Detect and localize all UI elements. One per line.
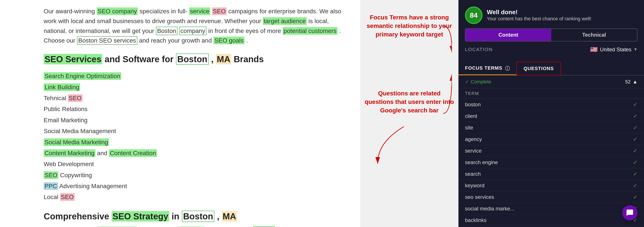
- term-name: search: [465, 171, 481, 177]
- term-column-label: TERM: [465, 91, 479, 96]
- list-item: Email Marketing: [44, 115, 347, 126]
- checkmark-icon: ✓: [633, 171, 638, 177]
- score-row: 84 Well done! Your content has the best …: [465, 6, 638, 24]
- highlight-company: company: [179, 27, 207, 35]
- term-name: search engine: [465, 159, 498, 166]
- list-item: SEO Copywriting: [44, 170, 347, 181]
- location-label: LOCATION: [465, 47, 493, 52]
- table-row: service✓: [458, 145, 644, 157]
- table-row: search engine✓: [458, 157, 644, 168]
- highlight-seo-strategy: SEO Strategy: [112, 211, 169, 222]
- list-item: Search Engine Optimization: [44, 71, 347, 82]
- highlight-service: service: [189, 8, 210, 15]
- terms-header: TERM: [458, 88, 644, 99]
- list-item: PPC Advertising Management: [44, 181, 347, 192]
- highlight-ma-title: MA: [216, 54, 231, 64]
- term-name: service: [465, 148, 482, 154]
- score-label: Well done!: [487, 9, 592, 16]
- term-name: boston: [465, 102, 481, 108]
- term-name: seo services: [465, 194, 494, 200]
- term-name: site: [465, 125, 473, 131]
- highlight-boston-1: Boston: [156, 27, 178, 35]
- highlight-boston-3: Boston: [253, 226, 275, 227]
- checkmark-icon: ✓: [633, 182, 638, 188]
- highlight-social-media-marketing: Social Media Marketing: [44, 138, 109, 146]
- table-row: site✓: [458, 122, 644, 134]
- highlight-target-audience: target audience: [263, 17, 307, 25]
- checkmark-icon: ✓: [633, 102, 638, 108]
- checkmark-icon: ✓: [633, 136, 638, 142]
- highlight-seo-copy: SEO: [44, 171, 58, 179]
- list-item-social-media-marketing: Social Media Marketing: [44, 137, 347, 148]
- table-row: boston✓: [458, 99, 644, 110]
- highlight-content-creation: Content Creation: [109, 149, 157, 157]
- checkmark-icon: ✓: [465, 79, 469, 85]
- highlight-seo-goals: SEO goals: [214, 37, 244, 44]
- highlight-seo-1: SEO: [212, 8, 226, 15]
- table-row: search✓: [458, 168, 644, 180]
- terms-table: boston✓client✓site✓agency✓service✓search…: [458, 99, 644, 227]
- table-row: agency✓: [458, 134, 644, 145]
- right-panel: 84 Well done! Your content has the best …: [458, 0, 644, 227]
- list-item: Social Media Management: [44, 126, 347, 137]
- panel-header: 84 Well done! Your content has the best …: [458, 0, 644, 62]
- list-item: Content Marketing and Content Creation: [44, 148, 347, 159]
- highlight-seo-local: SEO: [60, 193, 75, 201]
- chevron-up-icon: ▲: [633, 79, 638, 85]
- highlight-ppc: PPC: [44, 182, 58, 190]
- annotation1-text: Focus Terms have a strong semantic relat…: [364, 13, 454, 39]
- highlight-potential-customers: potential customers: [283, 27, 338, 35]
- highlight-link-building: Link Building: [44, 84, 80, 91]
- term-name: agency: [465, 136, 482, 142]
- checkmark-icon: ✓: [633, 194, 638, 200]
- tab-focus-terms[interactable]: FOCUS TERMS i: [458, 62, 516, 75]
- list-item: Web Development: [44, 159, 347, 170]
- section1-title: SEO Services and Software for Boston , M…: [44, 54, 347, 64]
- chat-icon: [626, 209, 634, 217]
- location-selector[interactable]: 🇺🇸 United States ▼: [590, 46, 638, 53]
- table-row: backlinks✓: [458, 214, 644, 226]
- flag-icon: 🇺🇸: [590, 46, 598, 53]
- score-circle: 84: [465, 6, 482, 24]
- term-name: social media marke...: [465, 206, 514, 212]
- term-name: backlinks: [465, 217, 486, 223]
- services-list: Search Engine Optimization Link Building…: [44, 71, 347, 203]
- complete-count: 52 ▲: [625, 79, 638, 85]
- info-icon[interactable]: i: [505, 66, 510, 71]
- tab-questions[interactable]: QUESTIONS: [516, 62, 561, 76]
- highlight-boston-2: Boston: [182, 211, 214, 222]
- highlight-boston-title: Boston: [176, 54, 209, 65]
- section2-paragraph: Want to show up in search results for hi…: [44, 226, 347, 227]
- content-technical-tabs[interactable]: Content Technical: [465, 28, 638, 42]
- location-value-text: United States: [600, 46, 631, 52]
- section2-title: Comprehensive SEO Strategy in Boston , M…: [44, 212, 347, 221]
- highlight-content-marketing: Content Marketing: [44, 149, 96, 157]
- annotation2-text: Questions are related questions that use…: [364, 89, 454, 115]
- location-row: LOCATION 🇺🇸 United States ▼: [465, 46, 638, 53]
- score-sublabel: Your content has the best chance of rank…: [487, 16, 592, 22]
- highlight-seo-company: SEO company: [97, 8, 138, 15]
- highlight-seo-technical: SEO: [68, 94, 82, 102]
- chat-bubble[interactable]: [622, 205, 638, 220]
- chevron-down-icon: ▼: [634, 47, 638, 52]
- list-item: Public Relations: [44, 104, 347, 114]
- list-item: Link Building: [44, 82, 347, 93]
- highlight-ma-2: MA: [222, 211, 237, 222]
- tab-content[interactable]: Content: [466, 29, 551, 41]
- term-name: keyword: [465, 182, 484, 188]
- checkmark-icon: ✓: [633, 159, 638, 166]
- checkmark-icon: ✓: [633, 125, 638, 131]
- list-item: Local SEO: [44, 192, 347, 202]
- highlight-search-engine-opt: Search Engine Optimization: [44, 72, 121, 80]
- table-row: seo company✓: [458, 226, 644, 227]
- focus-questions-tabs[interactable]: FOCUS TERMS i QUESTIONS: [458, 62, 644, 76]
- list-item: Tehnical SEO: [44, 93, 347, 104]
- checkmark-icon: ✓: [633, 113, 638, 119]
- checkmark-icon: ✓: [633, 148, 638, 154]
- term-name: client: [465, 113, 477, 119]
- complete-row: ✓ Complete 52 ▲: [458, 76, 644, 88]
- annotations-area: Focus Terms have a strong semantic relat…: [360, 0, 458, 227]
- highlight-boston-seo-services: Boston SEO services: [77, 36, 138, 45]
- table-row: keyword✓: [458, 180, 644, 192]
- tab-technical[interactable]: Technical: [551, 29, 637, 41]
